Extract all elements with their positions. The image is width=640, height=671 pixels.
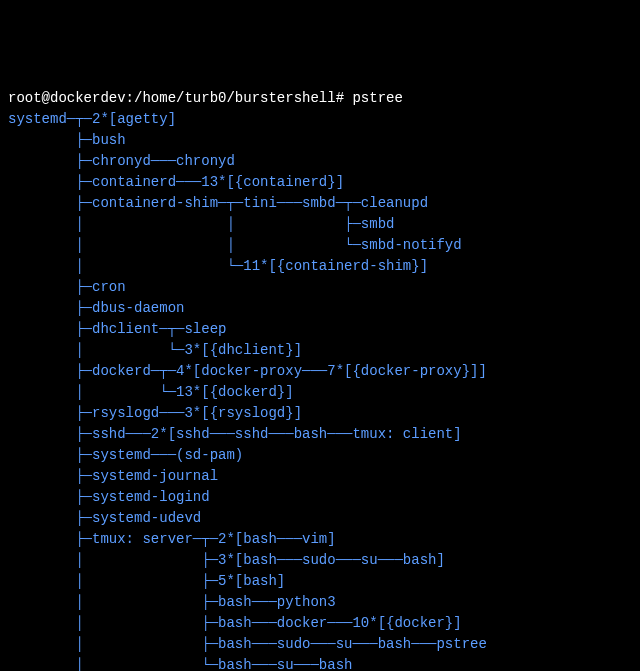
pstree-output-line: ├─rsyslogd───3*[{rsyslogd}] <box>8 403 632 424</box>
pstree-output-line: │ ├─3*[bash───sudo───su───bash] <box>8 550 632 571</box>
pstree-output-line: │ └─11*[{containerd-shim}] <box>8 256 632 277</box>
pstree-output-line: │ ├─bash───python3 <box>8 592 632 613</box>
pstree-output-line: ├─tmux: server─┬─2*[bash───vim] <box>8 529 632 550</box>
pstree-output-line: │ ├─5*[bash] <box>8 571 632 592</box>
command-input: pstree <box>352 90 402 106</box>
pstree-output-line: │ │ ├─smbd <box>8 214 632 235</box>
pstree-output-line: ├─dhclient─┬─sleep <box>8 319 632 340</box>
pstree-output-line: ├─bush <box>8 130 632 151</box>
terminal-line-prompt1: root@dockerdev:/home/turb0/burstershell#… <box>8 88 632 109</box>
pstree-output-line: │ │ └─smbd-notifyd <box>8 235 632 256</box>
pstree-output-line: ├─dockerd─┬─4*[docker-proxy───7*[{docker… <box>8 361 632 382</box>
pstree-output-line: ├─chronyd───chronyd <box>8 151 632 172</box>
pstree-output-line: │ └─bash───su───bash <box>8 655 632 671</box>
pstree-output-line: ├─cron <box>8 277 632 298</box>
pstree-output-line: ├─systemd-journal <box>8 466 632 487</box>
pstree-output-line: ├─sshd───2*[sshd───sshd───bash───tmux: c… <box>8 424 632 445</box>
pstree-output-line: │ ├─bash───docker───10*[{docker}] <box>8 613 632 634</box>
pstree-output-line: ├─systemd-udevd <box>8 508 632 529</box>
pstree-output-line: ├─containerd───13*[{containerd}] <box>8 172 632 193</box>
pstree-output-line: ├─containerd-shim─┬─tini───smbd─┬─cleanu… <box>8 193 632 214</box>
pstree-output-line: systemd─┬─2*[agetty] <box>8 109 632 130</box>
pstree-output-line: ├─systemd-logind <box>8 487 632 508</box>
pstree-output-line: │ ├─bash───sudo───su───bash───pstree <box>8 634 632 655</box>
pstree-output-line: │ └─13*[{dockerd}] <box>8 382 632 403</box>
pstree-output-line: ├─dbus-daemon <box>8 298 632 319</box>
pstree-output-line: │ └─3*[{dhclient}] <box>8 340 632 361</box>
shell-prompt: root@dockerdev:/home/turb0/burstershell# <box>8 90 352 106</box>
pstree-output-line: ├─systemd───(sd-pam) <box>8 445 632 466</box>
